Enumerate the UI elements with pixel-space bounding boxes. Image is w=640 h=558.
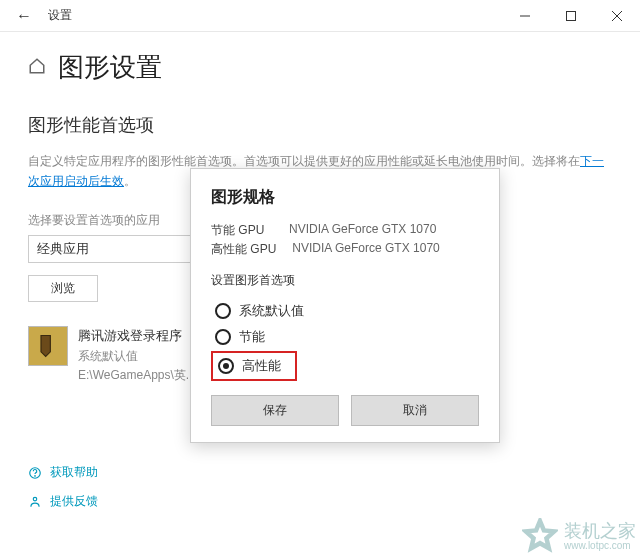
maximize-button[interactable]: [548, 0, 594, 32]
radio-label: 系统默认值: [239, 302, 304, 320]
app-name: 腾讯游戏登录程序: [78, 326, 196, 347]
app-info: 腾讯游戏登录程序 系统默认值 E:\WeGameApps\英...: [78, 326, 196, 385]
app-icon: [28, 326, 68, 366]
section-heading: 图形性能首选项: [28, 113, 612, 137]
gpu-performance-label: 高性能 GPU: [211, 241, 276, 258]
save-button[interactable]: 保存: [211, 395, 339, 426]
cancel-button[interactable]: 取消: [351, 395, 479, 426]
radio-label: 节能: [239, 328, 265, 346]
radio-icon: [215, 329, 231, 345]
star-icon: [522, 518, 558, 554]
help-link[interactable]: 获取帮助: [28, 464, 98, 481]
window-title: 设置: [48, 7, 72, 24]
radio-label: 高性能: [242, 357, 281, 375]
home-icon: [28, 57, 46, 79]
gpu-performance-row: 高性能 GPU NVIDIA GeForce GTX 1070: [211, 241, 479, 258]
dialog-buttons: 保存 取消: [211, 395, 479, 426]
graphics-spec-dialog: 图形规格 节能 GPU NVIDIA GeForce GTX 1070 高性能 …: [190, 168, 500, 443]
preference-section-label: 设置图形首选项: [211, 272, 479, 289]
gpu-saving-value: NVIDIA GeForce GTX 1070: [289, 222, 436, 239]
gpu-performance-value: NVIDIA GeForce GTX 1070: [292, 241, 439, 258]
feedback-icon: [28, 495, 42, 509]
svg-point-6: [33, 497, 37, 501]
radio-icon: [215, 303, 231, 319]
desc-text: 自定义特定应用程序的图形性能首选项。首选项可以提供更好的应用性能或延长电池使用时…: [28, 154, 580, 168]
back-button[interactable]: ←: [8, 7, 40, 25]
app-type-combobox[interactable]: 经典应用 ⌄: [28, 235, 208, 263]
gpu-saving-label: 节能 GPU: [211, 222, 273, 239]
desc-suffix: 。: [124, 174, 136, 188]
window-controls: [502, 0, 640, 32]
app-default-label: 系统默认值: [78, 347, 196, 366]
highlight-box: 高性能: [211, 351, 297, 381]
feedback-link[interactable]: 提供反馈: [28, 493, 98, 510]
radio-icon: [218, 358, 234, 374]
browse-button[interactable]: 浏览: [28, 275, 98, 302]
titlebar: ← 设置: [0, 0, 640, 32]
footer: 获取帮助 提供反馈: [28, 452, 98, 510]
minimize-button[interactable]: [502, 0, 548, 32]
watermark-text: 装机之家 www.lotpc.com: [564, 522, 636, 551]
radio-option-default[interactable]: 系统默认值: [211, 299, 479, 323]
help-icon: [28, 466, 42, 480]
feedback-label: 提供反馈: [50, 493, 98, 510]
gpu-saving-row: 节能 GPU NVIDIA GeForce GTX 1070: [211, 222, 479, 239]
radio-option-performance[interactable]: 高性能: [214, 354, 285, 378]
app-path: E:\WeGameApps\英...: [78, 366, 196, 385]
watermark: 装机之家 www.lotpc.com: [522, 518, 636, 554]
radio-option-saving[interactable]: 节能: [211, 325, 479, 349]
page-header: 图形设置: [28, 50, 612, 85]
close-button[interactable]: [594, 0, 640, 32]
combobox-value: 经典应用: [37, 240, 89, 258]
svg-point-5: [35, 475, 36, 476]
help-label: 获取帮助: [50, 464, 98, 481]
page-title: 图形设置: [58, 50, 162, 85]
dialog-title: 图形规格: [211, 187, 479, 208]
svg-rect-1: [567, 12, 576, 21]
